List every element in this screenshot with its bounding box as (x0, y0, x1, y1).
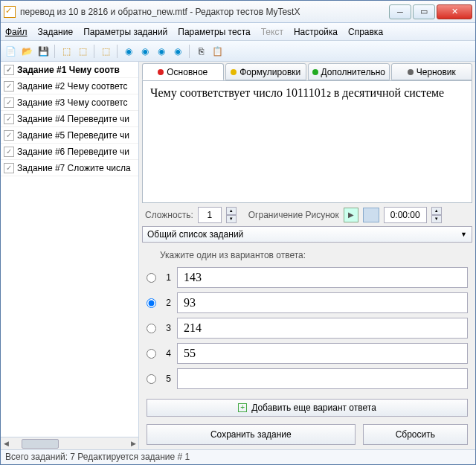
nav-up-icon[interactable]: ◉ (155, 45, 168, 58)
tab-main[interactable]: Основное (142, 63, 224, 80)
image-preview[interactable] (363, 208, 379, 222)
difficulty-input[interactable] (198, 207, 222, 223)
menu-test-params[interactable]: Параметры теста (178, 27, 250, 37)
save-icon[interactable]: 💾 (36, 45, 50, 58)
list-item[interactable]: ✓Задание #7 Сложите числа (1, 160, 138, 176)
save-task-button[interactable]: Сохранить задание (147, 424, 356, 445)
reset-button[interactable]: Сбросить (363, 424, 468, 445)
option-number: 1 (162, 272, 171, 283)
list-item[interactable]: ✓Задание #4 Переведите чи (1, 111, 138, 127)
window-title: перевод из 10 в 2816 и обратно_new.mtf -… (20, 7, 389, 17)
difficulty-label: Сложность: (145, 210, 193, 220)
copy-icon[interactable]: ⎘ (194, 45, 208, 58)
option-radio[interactable] (147, 298, 156, 308)
list-item[interactable]: ✓Задание #6 Переведите чи (1, 144, 138, 160)
check-icon: ✓ (4, 97, 14, 108)
nav-fwd-icon[interactable]: ◉ (138, 45, 152, 58)
app-window: перевод из 10 в 2816 и обратно_new.mtf -… (0, 0, 476, 465)
option-row: 5 (147, 366, 468, 391)
option-radio[interactable] (147, 349, 156, 359)
check-icon: ✓ (4, 147, 14, 157)
check-icon: ✓ (4, 114, 14, 124)
nav-back-icon[interactable]: ◉ (122, 45, 135, 58)
task-list-dropdown[interactable]: Общий список заданий▼ (142, 226, 472, 243)
list-item[interactable]: ✓Задание #5 Переведите чи (1, 127, 138, 144)
limit-label: Ограничение Рисунок (248, 210, 339, 220)
time-stepper[interactable]: ▲▼ (431, 207, 442, 223)
option-row: 1 (147, 265, 468, 290)
list-item[interactable]: ✓Задание #2 Чему соответс (1, 78, 138, 94)
difficulty-stepper[interactable]: ▲▼ (226, 207, 237, 223)
option-row: 3 (147, 315, 468, 341)
menu-file[interactable]: Файл (5, 27, 28, 37)
status-bar: Всего заданий: 7 Редактируется задание #… (1, 449, 475, 464)
option-number: 4 (162, 348, 171, 359)
menu-text: Текст (261, 27, 283, 37)
paste-icon[interactable]: 📋 (210, 45, 224, 58)
tab-draft[interactable]: Черновик (391, 63, 473, 80)
option-input[interactable] (177, 318, 468, 339)
minimize-button[interactable]: ─ (389, 4, 411, 19)
check-icon: ✓ (4, 130, 14, 141)
tree-add-icon[interactable]: ⬚ (60, 45, 73, 58)
scroll-thumb[interactable] (22, 439, 59, 449)
options-group: 1 2 3 4 (139, 265, 475, 391)
option-input[interactable] (177, 368, 468, 389)
check-icon: ✓ (4, 163, 14, 173)
tabs: Основное Формулировки Дополнительно Черн… (139, 62, 475, 80)
dot-icon (312, 69, 318, 75)
add-option-button[interactable]: + Добавить еще вариант ответа (147, 399, 468, 417)
option-row: 4 (147, 341, 468, 366)
menu-task-params[interactable]: Параметры заданий (83, 27, 167, 37)
option-input[interactable] (177, 267, 468, 288)
options-prompt: Укажите один из вариантов ответа: (139, 243, 475, 265)
tree-icon[interactable]: ⬚ (99, 45, 112, 58)
open-icon[interactable]: 📂 (20, 45, 33, 58)
scroll-right-icon[interactable]: ▶ (128, 438, 138, 449)
plus-icon: + (238, 403, 247, 412)
option-input[interactable] (177, 292, 468, 313)
chevron-down-icon: ▼ (460, 231, 467, 238)
question-editor[interactable]: Чему соответствует число 1011101₂ в деся… (142, 80, 472, 203)
option-radio[interactable] (147, 324, 156, 333)
task-list[interactable]: ✓Задание #1 Чему соотв ✓Задание #2 Чему … (1, 62, 138, 437)
scroll-left-icon[interactable]: ◀ (1, 438, 11, 449)
toolbar: 📄 📂 💾 ⬚ ⬚ ⬚ ◉ ◉ ◉ ◉ ⎘ 📋 (1, 41, 475, 62)
menu-task[interactable]: Задание (38, 27, 74, 37)
maximize-button[interactable]: ▭ (413, 4, 435, 19)
option-number: 5 (162, 373, 171, 384)
list-item[interactable]: ✓Задание #3 Чему соответс (1, 94, 138, 111)
titlebar[interactable]: перевод из 10 в 2816 и обратно_new.mtf -… (1, 1, 475, 23)
tab-additional[interactable]: Дополнительно (308, 63, 390, 80)
horizontal-scrollbar[interactable]: ◀ ▶ (1, 437, 138, 449)
dot-icon (231, 69, 237, 75)
params-row: Сложность: ▲▼ Ограничение Рисунок ▶ ▲▼ (139, 203, 475, 226)
menu-settings[interactable]: Настройка (294, 27, 338, 37)
dot-icon (408, 69, 414, 75)
option-number: 3 (162, 323, 171, 333)
option-radio[interactable] (147, 374, 156, 384)
option-radio[interactable] (147, 273, 156, 283)
close-button[interactable]: ✕ (437, 4, 472, 19)
main-panel: Основное Формулировки Дополнительно Черн… (139, 62, 475, 449)
sidebar: ✓Задание #1 Чему соотв ✓Задание #2 Чему … (1, 62, 139, 449)
option-number: 2 (162, 298, 171, 308)
option-row: 2 (147, 290, 468, 315)
list-item[interactable]: ✓Задание #1 Чему соотв (1, 62, 138, 78)
dot-icon (158, 69, 164, 75)
tab-formulations[interactable]: Формулировки (225, 63, 307, 80)
nav-down-icon[interactable]: ◉ (171, 45, 184, 58)
option-input[interactable] (177, 343, 468, 364)
new-icon[interactable]: 📄 (4, 45, 17, 58)
check-icon: ✓ (4, 81, 14, 92)
image-add-icon[interactable]: ▶ (344, 208, 358, 222)
app-icon (4, 6, 16, 18)
check-icon: ✓ (4, 65, 14, 75)
menu-help[interactable]: Справка (348, 27, 383, 37)
menubar: Файл Задание Параметры заданий Параметры… (1, 23, 475, 41)
tree-del-icon[interactable]: ⬚ (76, 45, 89, 58)
time-input[interactable] (384, 207, 427, 223)
